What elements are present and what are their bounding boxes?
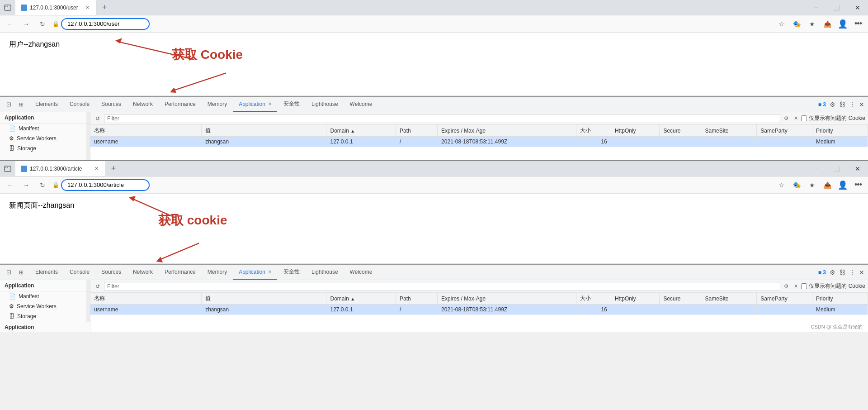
sidebar-item-manifest-2[interactable]: 📄 Manifest [0, 291, 90, 301]
sidebar-item-storage-1[interactable]: 🗄 Storage [0, 143, 90, 153]
filter-checkbox-label-1[interactable]: 仅显示有问题的 Cookie [801, 114, 865, 122]
table-row-1[interactable]: username zhangsan 127.0.0.1 / 2021-08-18… [90, 137, 868, 147]
filter-checkbox-2[interactable] [801, 283, 807, 289]
url-input-2[interactable] [61, 179, 150, 191]
filter-refresh-btn-2[interactable]: ↺ [93, 282, 102, 291]
devtools-tab-sources-2[interactable]: Sources [96, 265, 127, 280]
minimize-btn-1[interactable]: − [806, 0, 826, 15]
devtools-tab-dock-2[interactable]: ⊡ [4, 265, 14, 280]
filter-settings-2[interactable]: ⚙ [782, 282, 790, 291]
col-samesite-2[interactable]: SameSite [701, 293, 757, 305]
col-httponly-1[interactable]: HttpOnly [611, 125, 659, 137]
sidebar-item-serviceworkers-1[interactable]: ⚙ Service Workers [0, 133, 90, 143]
devtools-tab-lighthouse-2[interactable]: Lighthouse [306, 265, 344, 280]
restore-btn-2[interactable]: ⬜ [826, 161, 847, 176]
forward-btn-1[interactable]: → [20, 18, 33, 30]
devtools-tab-lighthouse-1[interactable]: Lighthouse [306, 97, 344, 112]
col-name-1[interactable]: 名称 [90, 125, 202, 137]
devtools-settings-1[interactable]: ⚙ [830, 101, 835, 108]
avatar-icon-2[interactable]: 👤 [836, 179, 849, 191]
share-icon-1[interactable]: 📤 [821, 18, 834, 30]
tab-close-2[interactable]: ✕ [93, 165, 100, 172]
devtools-close-2[interactable]: ✕ [859, 269, 864, 276]
col-sameparty-2[interactable]: SameParty [757, 293, 812, 305]
refresh-btn-1[interactable]: ↻ [36, 18, 49, 30]
more-btn-2[interactable]: ••• [852, 179, 864, 191]
devtools-tab-app-close-2[interactable]: ✕ [268, 269, 272, 274]
devtools-tab-performance-1[interactable]: Performance [159, 97, 201, 112]
devtools-close-1[interactable]: ✕ [859, 101, 864, 108]
col-sameparty-1[interactable]: SameParty [757, 125, 812, 137]
tab-new-2[interactable]: + [106, 161, 121, 176]
back-btn-2[interactable]: ← [4, 179, 16, 191]
forward-btn-2[interactable]: → [20, 179, 33, 191]
col-expires-2[interactable]: Expires / Max-Age [438, 293, 576, 305]
col-secure-1[interactable]: Secure [660, 125, 701, 137]
col-httponly-2[interactable]: HttpOnly [611, 293, 659, 305]
favorites-icon-2[interactable]: ☆ [775, 179, 788, 191]
sidebar-item-manifest-1[interactable]: 📄 Manifest [0, 124, 90, 133]
devtools-settings-2[interactable]: ⚙ [830, 269, 835, 276]
devtools-tab-network-1[interactable]: Network [127, 97, 158, 112]
col-size-2[interactable]: 大小 [576, 293, 611, 305]
devtools-tab-welcome-2[interactable]: Welcome [344, 265, 378, 280]
col-value-1[interactable]: 值 [202, 125, 326, 137]
devtools-tab-console-2[interactable]: Console [64, 265, 95, 280]
filter-input-1[interactable] [104, 114, 780, 123]
devtools-link-1[interactable]: ⛓ [839, 101, 845, 108]
col-name-2[interactable]: 名称 [90, 293, 202, 305]
url-input-1[interactable] [61, 18, 150, 30]
col-path-2[interactable]: Path [396, 293, 438, 305]
filter-refresh-btn-1[interactable]: ↺ [93, 114, 102, 123]
filter-checkbox-1[interactable] [801, 115, 807, 121]
devtools-tab-dock-1[interactable]: ⊡ [4, 97, 14, 112]
collections-icon-1[interactable]: ★ [806, 18, 818, 30]
devtools-tab-undock-2[interactable]: ⊞ [16, 265, 26, 280]
devtools-tab-performance-2[interactable]: Performance [159, 265, 201, 280]
collections-icon-2[interactable]: ★ [806, 179, 818, 191]
profile-icon-2[interactable]: 🎭 [790, 179, 803, 191]
more-btn-1[interactable]: ••• [852, 18, 864, 30]
devtools-more-1[interactable]: ⋮ [849, 101, 855, 108]
close-btn-2[interactable]: ✕ [847, 161, 868, 176]
col-priority-2[interactable]: Priority [812, 293, 868, 305]
devtools-tab-elements-2[interactable]: Elements [30, 265, 63, 280]
col-priority-1[interactable]: Priority [812, 125, 868, 137]
refresh-btn-2[interactable]: ↻ [36, 179, 49, 191]
tab-1-user[interactable]: 127.0.0.1:3000/user ✕ [15, 0, 97, 15]
tab-close-1[interactable]: ✕ [84, 4, 91, 11]
avatar-icon-1[interactable]: 👤 [836, 18, 849, 30]
filter-clear-2[interactable]: ✕ [792, 283, 799, 290]
devtools-link-2[interactable]: ⛓ [839, 269, 845, 276]
sidebar-item-storage-2[interactable]: 🗄 Storage [0, 311, 90, 321]
restore-btn-1[interactable]: ⬜ [826, 0, 847, 15]
devtools-tab-security-2[interactable]: 安全性 [278, 265, 305, 280]
filter-settings-1[interactable]: ⚙ [782, 114, 790, 123]
filter-checkbox-label-2[interactable]: 仅显示有问题的 Cookie [801, 282, 865, 290]
table-row-2[interactable]: username zhangsan 127.0.0.1 / 2021-08-18… [90, 305, 868, 315]
devtools-tab-elements-1[interactable]: Elements [30, 97, 63, 112]
devtools-tab-security-1[interactable]: 安全性 [278, 97, 305, 112]
devtools-tab-welcome-1[interactable]: Welcome [344, 97, 378, 112]
devtools-tab-sources-1[interactable]: Sources [96, 97, 127, 112]
share-icon-2[interactable]: 📤 [821, 179, 834, 191]
devtools-tab-application-2[interactable]: Application ✕ [233, 265, 277, 280]
col-domain-1[interactable]: Domain ▲ [326, 125, 396, 137]
profile-icon-1[interactable]: 🎭 [790, 18, 803, 30]
sidebar-item-serviceworkers-2[interactable]: ⚙ Service Workers [0, 301, 90, 311]
sidebar-scrollbar-1[interactable] [86, 112, 90, 160]
close-btn-1[interactable]: ✕ [847, 0, 868, 15]
back-btn-1[interactable]: ← [4, 18, 16, 30]
favorites-icon-1[interactable]: ☆ [775, 18, 788, 30]
devtools-tab-app-close-1[interactable]: ✕ [268, 101, 272, 106]
tab-2-article[interactable]: 127.0.0.1:3000/article ✕ [15, 161, 106, 176]
col-secure-2[interactable]: Secure [660, 293, 701, 305]
minimize-btn-2[interactable]: − [806, 161, 826, 176]
devtools-tab-application-1[interactable]: Application ✕ [233, 97, 277, 112]
col-domain-2[interactable]: Domain ▲ [326, 293, 396, 305]
col-samesite-1[interactable]: SameSite [701, 125, 757, 137]
filter-clear-1[interactable]: ✕ [792, 115, 799, 122]
devtools-tab-console-1[interactable]: Console [64, 97, 95, 112]
devtools-tab-memory-2[interactable]: Memory [202, 265, 232, 280]
filter-input-2[interactable] [104, 282, 780, 291]
